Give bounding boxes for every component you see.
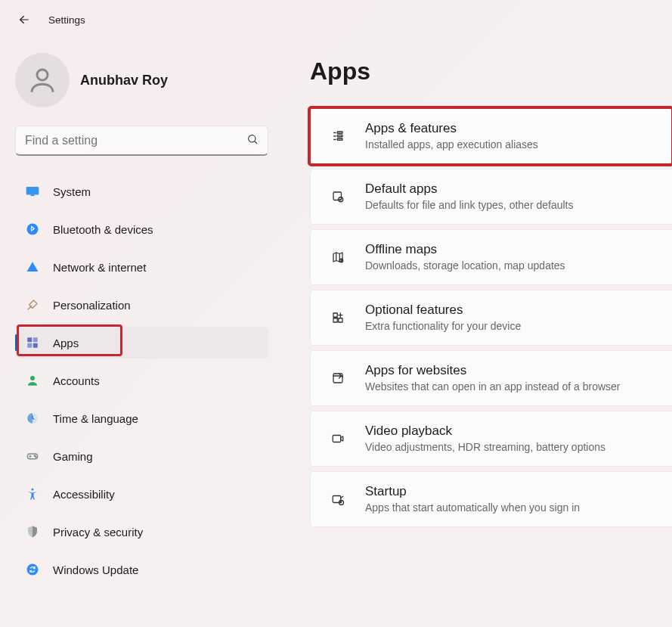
nav-item-time-language[interactable]: Time & language: [15, 402, 268, 434]
back-button[interactable]: [17, 12, 32, 27]
monitor-icon: [26, 185, 39, 198]
page-heading: Apps: [310, 57, 672, 85]
nav-item-label: Apps: [53, 337, 79, 349]
person-icon: [26, 374, 39, 387]
svg-point-1: [249, 135, 255, 141]
card-subtitle: Apps that start automatically when you s…: [365, 500, 580, 515]
svg-rect-23: [333, 318, 337, 322]
nav-item-accounts[interactable]: Accounts: [15, 365, 268, 396]
apps-features-icon: [329, 127, 347, 145]
account-row[interactable]: Anubhav Roy: [15, 53, 269, 107]
card-subtitle: Video adjustments, HDR streaming, batter…: [365, 439, 605, 455]
card-apps-for-websites[interactable]: Apps for websites Websites that can open…: [310, 350, 672, 406]
svg-point-14: [32, 489, 34, 491]
card-startup[interactable]: Startup Apps that start automatically wh…: [310, 471, 672, 527]
nav-item-label: Network & internet: [53, 261, 146, 274]
svg-rect-18: [337, 138, 342, 140]
nav-item-label: System: [53, 185, 91, 198]
svg-rect-5: [27, 337, 32, 342]
username-label: Anubhav Roy: [80, 73, 168, 88]
nav-item-system[interactable]: System: [15, 175, 268, 207]
paintbrush-icon: [26, 298, 39, 312]
nav-item-accessibility[interactable]: Accessibility: [15, 478, 268, 510]
svg-rect-26: [333, 436, 341, 442]
apps-icon: [26, 336, 39, 349]
card-apps-features[interactable]: Apps & features Installed apps, app exec…: [310, 108, 672, 164]
svg-rect-24: [339, 318, 342, 322]
sidebar: Anubhav Roy System Bluetooth & devices N…: [0, 39, 280, 605]
nav-item-label: Accessibility: [53, 488, 115, 501]
optional-features-icon: [329, 309, 347, 327]
nav-item-bluetooth-devices[interactable]: Bluetooth & devices: [15, 213, 268, 245]
svg-point-15: [27, 564, 39, 576]
card-title: Apps & features: [365, 120, 538, 137]
nav-item-windows-update[interactable]: Windows Update: [15, 554, 268, 585]
startup-icon: [329, 490, 347, 508]
nav-item-label: Personalization: [53, 299, 131, 312]
card-subtitle: Downloads, storage location, map updates: [365, 258, 565, 273]
avatar: [15, 53, 70, 107]
nav-item-apps[interactable]: Apps: [15, 327, 268, 359]
nav-item-label: Windows Update: [53, 563, 138, 576]
nav-item-label: Time & language: [53, 412, 138, 425]
search-field[interactable]: [15, 126, 268, 156]
card-offline-maps[interactable]: Offline maps Downloads, storage location…: [310, 229, 672, 285]
gamepad-icon: [26, 449, 39, 463]
window-title: Settings: [48, 14, 85, 26]
offline-maps-icon: [329, 248, 347, 266]
svg-point-13: [36, 456, 37, 458]
search-icon: [246, 133, 259, 148]
nav-item-privacy-security[interactable]: Privacy & security: [15, 516, 268, 548]
svg-rect-19: [333, 192, 342, 200]
card-title: Apps for websites: [365, 362, 621, 379]
wifi-icon: [26, 260, 39, 274]
card-subtitle: Defaults for file and link types, other …: [365, 197, 573, 213]
bluetooth-icon: [26, 222, 39, 236]
svg-rect-16: [337, 132, 342, 133]
card-subtitle: Installed apps, app execution aliases: [365, 137, 538, 152]
sync-icon: [26, 563, 39, 576]
card-optional-features[interactable]: Optional features Extra functionality fo…: [310, 290, 672, 346]
nav-item-label: Gaming: [53, 450, 93, 463]
svg-rect-22: [333, 313, 337, 317]
card-title: Startup: [365, 483, 580, 500]
accessibility-icon: [26, 487, 39, 501]
card-title: Offline maps: [365, 241, 565, 258]
svg-point-4: [27, 224, 39, 235]
nav-item-gaming[interactable]: Gaming: [15, 440, 268, 472]
card-subtitle: Extra functionality for your device: [365, 318, 521, 334]
nav-item-network-internet[interactable]: Network & internet: [15, 251, 268, 283]
svg-point-0: [37, 70, 48, 80]
video-playback-icon: [329, 430, 347, 448]
clock-globe-icon: [26, 411, 39, 425]
nav-item-label: Bluetooth & devices: [53, 223, 153, 236]
card-title: Default apps: [365, 181, 573, 197]
svg-rect-6: [33, 337, 38, 342]
nav-item-label: Privacy & security: [53, 526, 143, 539]
card-default-apps[interactable]: Default apps Defaults for file and link …: [310, 169, 672, 225]
svg-rect-2: [26, 187, 39, 195]
svg-rect-7: [27, 343, 32, 348]
search-input[interactable]: [25, 134, 237, 147]
card-title: Video playback: [365, 423, 605, 439]
nav-item-label: Accounts: [53, 374, 100, 387]
content-area: Apps Apps & features Installed apps, app…: [280, 39, 672, 605]
svg-point-9: [30, 376, 35, 380]
nav-list: System Bluetooth & devices Network & int…: [15, 175, 268, 591]
nav-item-personalization[interactable]: Personalization: [15, 289, 268, 321]
apps-websites-icon: [329, 369, 347, 387]
svg-rect-17: [337, 135, 342, 137]
card-video-playback[interactable]: Video playback Video adjustments, HDR st…: [310, 411, 672, 467]
card-title: Optional features: [365, 302, 521, 318]
settings-card-list: Apps & features Installed apps, app exec…: [310, 108, 672, 527]
svg-rect-8: [33, 343, 38, 348]
default-apps-icon: [329, 188, 347, 206]
svg-rect-3: [31, 195, 35, 197]
card-subtitle: Websites that can open in an app instead…: [365, 379, 621, 394]
shield-icon: [26, 525, 39, 539]
